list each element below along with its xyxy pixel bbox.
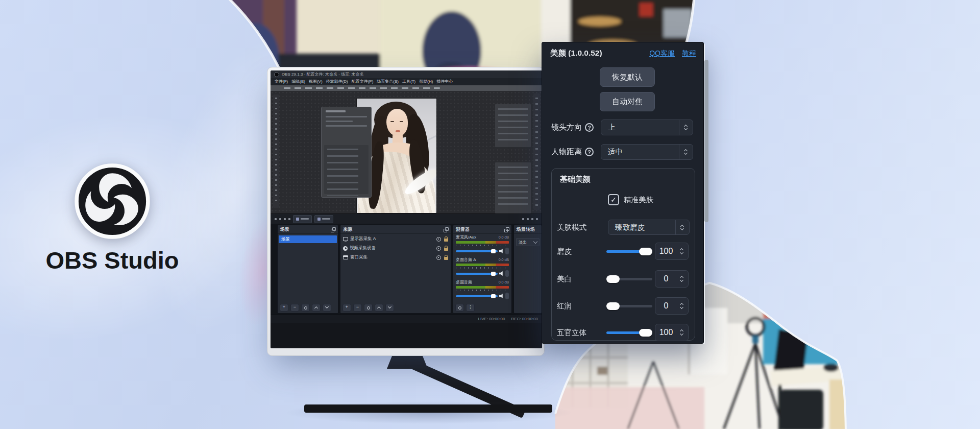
menu-help[interactable]: 帮助(H) [419,79,433,84]
speaker-icon[interactable] [499,294,504,298]
sources-dock: 来源 显示器采集 A 视频采集设备 窗口 [340,225,451,314]
visibility-icon[interactable] [436,237,441,242]
slider-thumb[interactable] [639,329,652,337]
video-capture-icon [343,246,348,251]
speaker-icon[interactable] [499,249,504,253]
spinner-arrows-icon[interactable] [677,302,688,309]
menu-scene-collection[interactable]: 场景集合(S) [377,79,399,84]
sources-dock-header: 来源 [340,225,451,234]
mixer-settings-button[interactable] [455,304,464,312]
visibility-icon[interactable] [436,255,441,260]
dock-popout-icon[interactable] [444,227,448,232]
scene-move-down-button[interactable] [323,304,331,312]
face-3d-slider[interactable] [606,323,652,342]
beauty-filter-panel: 美颜 (1.0.0.52) QQ客服 教程 恢复默认 自动对焦 镜头方向 ? 上… [542,42,703,343]
add-source-button[interactable]: + [342,304,351,312]
person-distance-select[interactable]: 适中 [601,144,693,160]
remove-scene-button[interactable]: − [290,304,299,312]
mixer-advanced-button[interactable]: ⋮ [466,304,475,312]
slider-thumb[interactable] [639,248,652,255]
help-icon[interactable]: ? [585,123,594,132]
transition-select[interactable]: 淡出 [516,238,540,246]
slider-thumb[interactable] [606,302,620,310]
obs-menubar: 文件(F) 编辑(E) 视图(V) 停靠部件(D) 配置文件(P) 场景集合(S… [271,78,542,85]
remove-source-button[interactable]: − [353,304,362,312]
basic-beauty-title: 基础美颜 [560,175,591,184]
scene-list-item[interactable]: 场景 [279,235,337,243]
panel-title: 美颜 (1.0.0.52) [550,48,602,59]
visibility-icon[interactable] [436,246,441,251]
precise-skin-checkbox[interactable]: ✓ [608,194,619,205]
whitening-slider[interactable] [606,270,652,288]
lock-icon[interactable] [444,239,448,242]
menu-tools[interactable]: 工具(T) [402,79,415,84]
mixer-dock-title: 混音器 [456,226,470,233]
slider-thumb[interactable] [606,275,620,283]
add-scene-button[interactable]: + [280,304,288,312]
volume-slider[interactable] [456,250,498,252]
source-row[interactable]: 窗口采集 [340,253,451,261]
source-move-up-button[interactable] [375,304,383,312]
taskbar-app-button[interactable] [314,215,333,223]
spinner-arrows-icon[interactable] [677,329,688,336]
help-icon[interactable]: ? [585,148,594,156]
face-3d-value-box[interactable]: 100 [655,324,689,341]
source-move-down-button[interactable] [385,304,394,312]
person-distance-value: 适中 [601,147,623,157]
menu-view[interactable]: 视图(V) [309,79,323,84]
spinner-arrows-icon[interactable] [675,220,689,234]
skin-mode-select[interactable]: 臻致磨皮 [608,220,690,235]
dock-popout-icon[interactable] [504,227,509,232]
spinner-arrows-icon[interactable] [679,120,693,135]
source-row[interactable]: 显示器采集 A [340,235,451,243]
whitening-value-box[interactable]: 0 [655,270,689,288]
tutorial-link[interactable]: 教程 [682,49,696,58]
scene-filters-button[interactable] [301,304,310,312]
menu-docks[interactable]: 停靠部件(D) [326,79,348,84]
camera-direction-select[interactable]: 上 [601,120,693,135]
channel-name: 桌面音频 A [456,257,476,263]
lock-icon[interactable] [444,257,448,260]
taskbar-app-button[interactable] [293,215,312,223]
monitor-screen: OBS 29.1.3 - 配置文件: 未命名 - 场景: 未命名 文件(F) 编… [271,70,542,348]
autofocus-button[interactable]: 自动对焦 [600,92,655,111]
volume-slider[interactable] [456,295,498,297]
source-properties-button[interactable] [364,304,373,312]
channel-options-button[interactable] [505,270,509,277]
obs-preview [271,85,542,213]
display-capture-icon [343,237,348,241]
smoothing-value-box[interactable]: 100 [655,243,689,260]
live-timer: LIVE: 00:00:00 [478,317,505,321]
menu-edit[interactable]: 编辑(E) [291,79,305,84]
scene-move-up-button[interactable] [312,304,321,312]
volume-slider[interactable] [456,273,498,275]
spinner-arrows-icon[interactable] [677,248,688,255]
source-label: 显示器采集 A [350,236,376,242]
menu-file[interactable]: 文件(F) [275,79,288,84]
scenes-toolbar: + − [280,304,331,312]
menu-profile[interactable]: 配置文件(P) [352,79,374,84]
camera-direction-label: 镜头方向 ? [551,123,594,132]
mixer-dock-header: 混音器 [453,225,511,234]
rosy-slider[interactable] [606,297,652,315]
rosy-value-box[interactable]: 0 [655,297,689,315]
audio-meter [456,264,509,266]
precise-skin-row[interactable]: ✓ 精准美肤 [608,194,653,205]
restore-defaults-button[interactable]: 恢复默认 [600,67,655,87]
channel-name: 桌面音频 [456,279,472,285]
qq-support-link[interactable]: QQ客服 [649,49,675,58]
menu-plugin-center[interactable]: 插件中心 [436,79,453,84]
lock-icon[interactable] [444,248,448,251]
dock-popout-icon[interactable] [331,227,335,232]
spinner-arrows-icon[interactable] [677,275,688,282]
source-row[interactable]: 视频采集设备 [340,244,451,252]
scenes-dock-header: 场景 [278,225,338,234]
captured-editor-panel [321,107,372,198]
panel-scrollbar[interactable] [704,60,708,222]
spinner-arrows-icon[interactable] [679,145,693,159]
captured-editor-menubar [271,85,542,91]
channel-options-button[interactable] [505,248,509,254]
smoothing-slider[interactable] [606,242,652,260]
channel-options-button[interactable] [505,293,509,299]
speaker-icon[interactable] [499,271,504,276]
